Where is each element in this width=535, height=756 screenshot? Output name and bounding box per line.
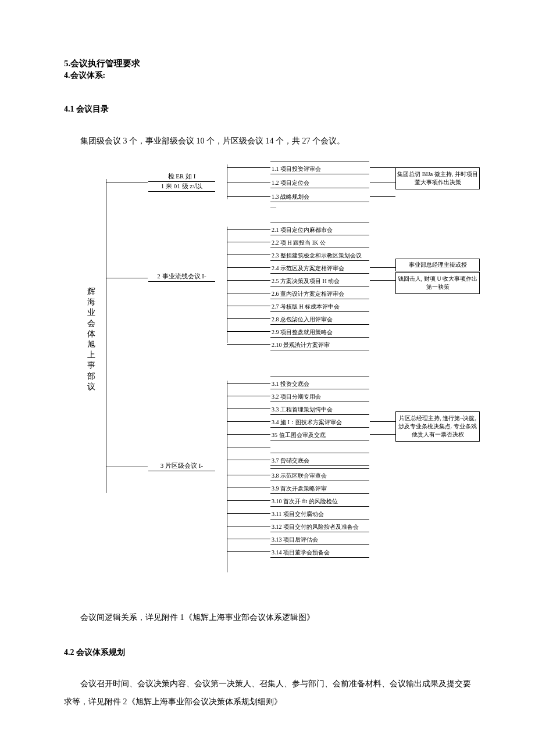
leaf-3-5: 35 值工图会审及交底 [270, 428, 369, 440]
leaf-2-6: 2.6 董内设计方案定相评审会 [270, 286, 369, 299]
leaf-2-5: 2.5 方案决策及项目 H 动会 [270, 274, 369, 286]
leaf-3-1: 3.1 投资交底会 [270, 377, 369, 389]
leaf-3-14: 3.14 项目董学会预备会 [270, 545, 369, 558]
leaf-2-9: 2.9 项目整盘就用策略会 [270, 325, 369, 338]
group1-label: 检 ER 如 I 1 来 01 级 z√以 [148, 172, 215, 192]
leaf-2-7: 2.7 考核版 H 标成本评中会 [270, 299, 369, 312]
leaf-3-8: 3.8 示范区联合审查会 [270, 468, 369, 481]
leaf-3-12: 3.12 项目交付的风险按者及准备会 [270, 519, 369, 532]
root-bracket [106, 179, 109, 493]
group2-anno-bot: 钱回击人, 财项 U 收大事项作出第一袂策 [395, 272, 480, 294]
leaf-2-10: 2.10 景观渋计方案评审 [270, 338, 369, 350]
leaf-3-3: 3.3 工程首理策划愕中会 [270, 402, 369, 415]
leaf-2-2: 2.2 项 H 跟投当 IK 公 [270, 235, 369, 248]
leaf-3-9: 3.9 首次开盘策略评审 [270, 481, 369, 494]
leaf-3-13: 3.13 项目后评估会 [270, 532, 369, 545]
heading-4: 4.会议体系: [64, 70, 471, 81]
group3-label: 3 片区级会议 I- [148, 461, 215, 471]
group1-anno: 集团总切 BIJa 微主持, 并时项目董大事项作出决策 [395, 167, 480, 189]
root-label: 辉海业会体旭上事部议 [86, 286, 97, 392]
leaf-2-8: 2.8 总包柒位入用评审会 [270, 312, 369, 325]
group2-label: 2 事业流线会议 I- [148, 272, 215, 282]
footer-para-1: 会议间逻辑关系，详见附件 1《旭辉上海事业部会议体系逻辑图》 [64, 609, 471, 627]
leaf-3-10: 3.10 首次开 fit 的风险检位 [270, 494, 369, 507]
heading-4-2: 4.2 会议体系规划 [64, 647, 471, 658]
leaf-3-6 [270, 440, 369, 453]
leaf-1-1: 1.1 项目投资评审会 [270, 162, 369, 174]
heading-5: 5.会议执行管理要求 [64, 58, 471, 69]
heading-4-1: 4.1 会议目录 [64, 104, 471, 114]
leaf-3-2: 3.2 项目分期专用会 [270, 389, 369, 402]
footer-para-2: 会议召开时间、会议决策内容、会议第一决策人、召集人、参与部门、会前准备材料、会议… [64, 675, 471, 711]
group2-anno-top: 事业部总经理主褂或授 [395, 259, 480, 271]
intro-paragraph: 集团级会议 3 个，事业部级会议 10 个，片区级会议 14 个，共 27 个会… [64, 135, 471, 147]
leaf-2-3: 2.3 整担建筑极念和示教区策划会议 [270, 248, 369, 261]
leaf-3-4: 3.4 施 I：图技术方案评审会 [270, 415, 369, 428]
leaf-2-4: 2.4 示范区及方案定相评审会 [270, 261, 369, 274]
group3-anno: 片区总经理主持, 進行第~决箧, 涉及专业条梲决集点. 专业条戏他贵人有一票否决… [395, 411, 480, 442]
leaf-1-2: 1.2 项目定位会 [270, 175, 369, 188]
meeting-diagram: 辉海业会体旭上事部议 检 ER 如 I 1 来 01 级 z√以 1.1 项目投… [70, 162, 477, 592]
leaf-2-1: 2.1 项目定位内麻都市会 [270, 223, 369, 235]
leaf-3-11: 3.11 项目交付腐动会 [270, 507, 369, 519]
leaf-3-7: 3.7 曾硝交底会 [270, 453, 369, 466]
leaf-1-3: 1.3 战略规划会 [270, 189, 369, 202]
